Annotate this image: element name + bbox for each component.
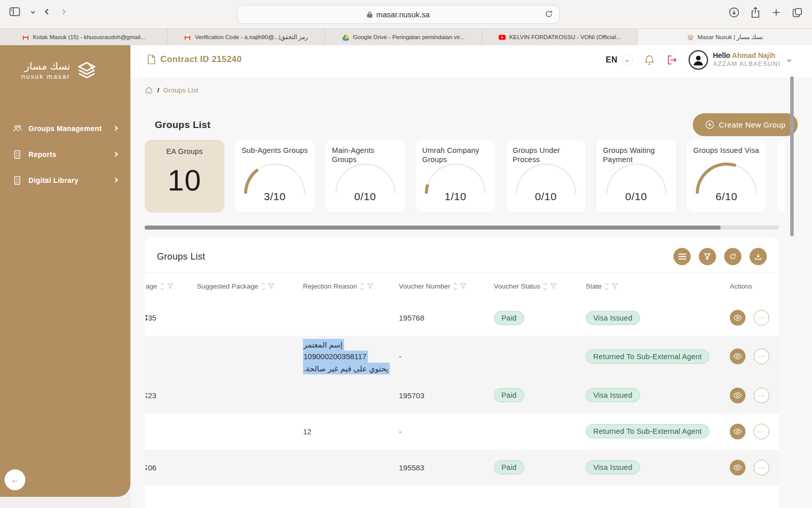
filter-funnel-icon[interactable] <box>550 283 557 290</box>
address-bar[interactable]: masar.nusuk.sa <box>237 5 560 24</box>
filter-funnel-icon[interactable] <box>167 283 174 290</box>
browser-tab[interactable]: KELVIN FORDATKOSSU - VONI (Official... <box>482 29 637 45</box>
table-row[interactable]: إسم المعتمر 109000200358117 يحتوي على قي… <box>145 336 779 377</box>
stat-gauge-label: 6/10 <box>687 190 766 203</box>
cell-voucher-status: Paid <box>494 311 586 325</box>
sort-icon[interactable] <box>262 283 264 290</box>
table-row[interactable]: 35 195768 Paid Visa Issued <box>145 300 779 336</box>
stat-card[interactable]: EA Groups 10 <box>145 140 224 212</box>
browser-tab[interactable]: Masar Nusuk | نسك مسار <box>637 29 812 45</box>
sidebar-toggle-icon[interactable] <box>9 7 20 16</box>
reload-icon[interactable] <box>545 10 553 18</box>
tab-favicon <box>184 34 191 41</box>
breadcrumb-current[interactable]: Groups List <box>163 86 198 94</box>
view-button[interactable] <box>730 348 746 364</box>
home-icon[interactable] <box>145 86 153 94</box>
column-header: State <box>586 282 730 290</box>
collapse-sidebar-button[interactable]: ← <box>5 469 25 490</box>
back-icon[interactable] <box>45 9 50 14</box>
column-header: Voucher Number <box>399 282 494 290</box>
cell-state: Returned To Sub-External Agent <box>586 350 730 364</box>
arrow-left-icon: ← <box>11 474 20 485</box>
stat-card[interactable]: Sub-Agents Groups 3/10 <box>235 140 315 212</box>
stat-card[interactable]: Groups Waiting Payment 0/10 <box>596 140 676 212</box>
table-row[interactable]: 23 195703 Paid Visa Issued <box>145 377 779 414</box>
sort-icon[interactable] <box>161 283 163 290</box>
refresh-button[interactable] <box>724 248 741 265</box>
cell-voucher-number: 195768 <box>399 313 494 322</box>
cell-voucher-number: 195703 <box>399 391 494 400</box>
toolbar-chevron-down-icon[interactable] <box>31 10 35 14</box>
filter-funnel-icon[interactable] <box>612 283 618 290</box>
view-button[interactable] <box>730 310 746 326</box>
browser-tab[interactable]: Verification Code - a.najih90@...|رمز ال… <box>167 29 325 45</box>
scrollbar-thumb[interactable] <box>145 226 721 230</box>
table-row[interactable]: 12 - Returned To Sub-External Agent ... <box>145 414 779 450</box>
share-icon[interactable] <box>750 7 761 18</box>
table-header-row: age Suggested Package Rejection Reason <box>145 272 779 300</box>
more-actions-button[interactable]: ... <box>754 388 769 403</box>
filter-funnel-icon[interactable] <box>268 283 275 290</box>
stat-gauge-label: 3/10 <box>235 190 315 203</box>
browser-toolbar: masar.nusuk.sa <box>0 0 812 28</box>
column-header: Actions <box>730 282 779 290</box>
state-badge: Visa Issued <box>586 388 640 402</box>
notifications-bell-icon[interactable] <box>644 54 655 66</box>
more-actions-button[interactable]: ... <box>754 424 769 439</box>
tab-title: KELVIN FORDATKOSSU - VONI (Official... <box>510 34 621 40</box>
stat-card[interactable]: Umrah Company Groups 1/10 <box>416 140 495 212</box>
sort-icon[interactable] <box>454 283 456 290</box>
stats-cards-row: EA Groups 10 Sub-Agents Groups 3/10 M <box>145 140 804 213</box>
voucher-status-badge: Paid <box>494 388 524 402</box>
columns-menu-button[interactable] <box>673 248 691 265</box>
tab-overview-icon[interactable] <box>792 7 803 18</box>
cards-horizontal-scrollbar[interactable] <box>145 226 779 230</box>
view-button[interactable] <box>730 388 746 403</box>
url-text: masar.nusuk.sa <box>376 10 429 19</box>
account-name: AZZAM ALBAESUNI <box>713 60 781 69</box>
create-new-group-button[interactable]: Create New Group <box>693 113 798 136</box>
cell-package: 06 <box>145 463 197 472</box>
export-download-button[interactable] <box>750 248 767 265</box>
sidebar-item[interactable]: Groups Management <box>0 115 130 141</box>
browser-tab[interactable]: Kotak Masuk (15) - khususraudoh@gmail... <box>0 29 167 45</box>
user-menu[interactable]: Hello Ahmad Najih AZZAM ALBAESUNI <box>689 50 791 70</box>
stat-card[interactable]: Groups Under Process 0/10 <box>506 140 586 212</box>
stat-card[interactable]: Main-Agents Groups 0/10 <box>325 140 405 212</box>
clear-filters-button[interactable] <box>699 248 716 265</box>
more-actions-button[interactable]: ... <box>754 460 769 475</box>
page-vertical-scrollbar[interactable] <box>790 76 794 236</box>
more-actions-button[interactable]: ... <box>754 348 769 364</box>
sidebar-item-label: Digital Library <box>28 176 114 184</box>
cell-voucher-status: Paid <box>494 388 586 402</box>
sort-icon[interactable] <box>544 283 547 290</box>
more-actions-button[interactable]: ... <box>754 310 769 326</box>
sort-icon[interactable] <box>605 283 608 290</box>
view-button[interactable] <box>730 424 746 439</box>
lock-icon <box>367 11 373 18</box>
cell-state: Visa Issued <box>586 311 730 325</box>
column-label: Actions <box>730 282 752 290</box>
cell-actions: ... <box>730 460 779 475</box>
downloads-icon[interactable] <box>728 7 740 18</box>
filter-funnel-icon[interactable] <box>367 283 374 290</box>
language-selector[interactable]: EN <box>605 54 632 66</box>
sort-icon[interactable] <box>361 283 363 290</box>
cell-voucher-number: - <box>399 352 494 361</box>
sidebar: نسك مسار nusuk masar Groups Management R… <box>0 45 130 497</box>
stat-card[interactable]: Groups Issued Visa 6/10 <box>687 140 766 212</box>
table-row[interactable]: 06 195583 Paid Visa Issued <box>145 450 779 486</box>
browser-tab[interactable]: Google Drive - Peringatan pemindaian vir… <box>325 29 482 45</box>
sidebar-item[interactable]: Reports <box>0 141 130 167</box>
logout-icon[interactable] <box>666 54 678 66</box>
page-title: Groups List <box>155 119 211 131</box>
forward-icon[interactable] <box>60 9 65 14</box>
user-chevron-down-icon <box>787 58 791 62</box>
app-header: Contract ID 215240 EN Hello Ahmad Najih … <box>130 45 812 78</box>
stat-gauge-label: 1/10 <box>416 190 495 203</box>
new-tab-icon[interactable] <box>771 7 782 18</box>
filter-funnel-icon[interactable] <box>460 283 466 290</box>
view-button[interactable] <box>730 460 746 475</box>
logo-latin-text: nusuk masar <box>21 73 70 80</box>
sidebar-item[interactable]: Digital Library <box>0 167 130 193</box>
